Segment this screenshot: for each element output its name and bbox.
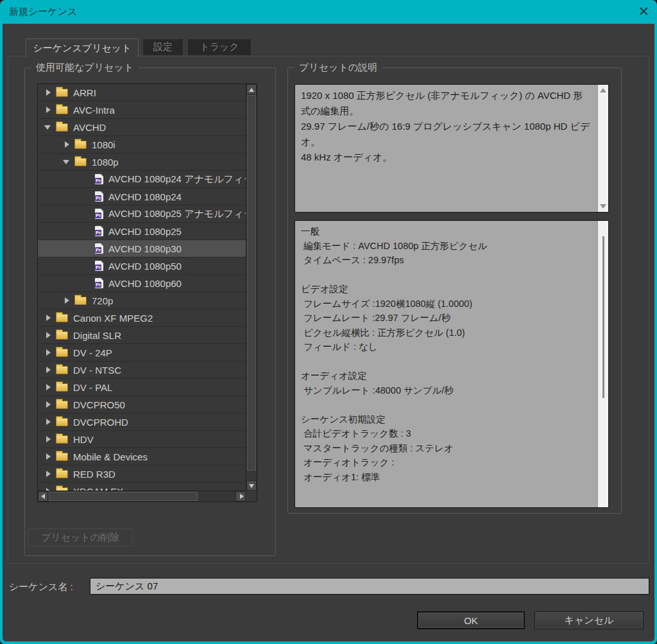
scroll-right-icon[interactable] [235,491,246,501]
tree-item[interactable]: Mobile & Devices [38,448,246,466]
settings-scrollbar-thumb[interactable] [602,236,604,398]
tree-item[interactable]: 720p [38,292,246,309]
scroll-down-icon[interactable] [246,480,257,491]
tree-item[interactable]: AVCHD 1080p24 アナモルフィック [38,171,246,188]
tree-item-label: AVCHD 1080p24 [108,191,182,202]
tab-tracks[interactable]: トラック [187,39,252,56]
tree-item[interactable]: AVCHD 1080p60 [38,275,246,292]
expand-arrow-icon[interactable] [43,87,53,98]
tree-item-label: 720p [92,295,113,306]
expand-arrow-icon[interactable] [43,330,53,340]
settings-line: オーディオ設定 [301,369,592,383]
settings-line: タイムベース : 29.97fps [301,253,592,268]
scroll-left-icon[interactable] [38,491,48,501]
collapse-arrow-icon[interactable] [62,157,72,167]
settings-line: マスタートラックの種類 : ステレオ [301,441,592,456]
tree-item[interactable]: AVCHD 1080p50 [38,257,246,275]
tree-item-label: AVC-Intra [73,105,115,116]
description-scrollbar[interactable] [597,85,608,212]
tree-item[interactable]: XDCAM EX [38,483,246,491]
folder-icon [56,401,68,409]
tree-item[interactable]: 1080i [38,136,246,153]
tree-item-label: DV - NTSC [73,365,121,376]
tree-item[interactable]: DVCPRO50 [38,396,246,413]
tree-item[interactable]: DV - 24P [38,344,246,361]
expand-arrow-icon[interactable] [43,417,53,427]
tree-item[interactable]: Canon XF MPEG2 [38,309,246,327]
scroll-up-icon[interactable] [600,88,606,92]
description-line: 48 kHz オーディオ。 [301,150,592,165]
dialog-titlebar[interactable]: 新規シーケンス ✕ [0,0,657,24]
expand-arrow-icon[interactable] [43,347,53,358]
settings-line: オーディオトラック : [301,455,592,470]
settings-line: サンプルレート :48000 サンプル/秒 [301,383,592,398]
tree-item[interactable]: AVCHD [38,119,246,136]
preset-file-icon [95,278,103,288]
settings-line: ビデオ設定 [301,282,592,297]
folder-icon [56,366,68,374]
tree-item[interactable]: RED R3D [38,466,246,483]
preset-tree: ARRI AVC-Intra AVCHD 1080i 1080p AVCHD 1… [37,83,257,502]
sequence-name-input[interactable] [90,578,649,595]
tree-item-label: AVCHD 1080p25 アナモルフィック [108,208,246,220]
expand-arrow-icon[interactable] [43,365,53,375]
tree-item-label: Digital SLR [73,330,121,341]
expand-arrow-icon[interactable] [43,451,53,462]
folder-icon [56,383,68,392]
tree-item-label: AVCHD 1080p25 [108,226,182,237]
settings-line: フィールド : なし [301,340,592,354]
expand-arrow-icon[interactable] [43,469,53,479]
available-presets-group: 使用可能なプリセット ARRI AVC-Intra AVCHD 1080i 10… [24,67,276,556]
expand-arrow-icon[interactable] [43,382,53,392]
tree-vertical-scrollbar[interactable] [246,84,257,491]
tree-item-label: AVCHD 1080p50 [108,261,182,272]
tree-item-label: HDV [73,434,94,445]
tree-item[interactable]: DVCPROHD [38,413,246,431]
tree-item-label: XDCAM EX [73,486,123,491]
expander-spacer [80,209,90,219]
expand-arrow-icon[interactable] [43,434,53,444]
tree-item[interactable]: AVCHD 1080p30 [38,240,246,257]
delete-preset-button[interactable]: プリセットの削除 [28,528,133,546]
tree-item[interactable]: AVCHD 1080p25 アナモルフィック [38,205,246,223]
expander-spacer [80,278,90,288]
expand-arrow-icon[interactable] [43,486,53,491]
tab-sequence-presets[interactable]: シーケンスプリセット [26,39,139,57]
tree-item[interactable]: HDV [38,431,246,448]
folder-icon [74,297,87,305]
settings-summary-box: 一般 編集モード : AVCHD 1080p 正方形ピクセル タイムベース : … [294,220,609,508]
vertical-scrollbar-thumb[interactable] [247,95,256,471]
tree-horizontal-scrollbar[interactable] [38,491,246,501]
tree-item[interactable]: ARRI [38,84,246,101]
horizontal-scrollbar-thumb[interactable] [49,492,198,501]
ok-button[interactable]: OK [417,611,525,629]
cancel-button[interactable]: キャンセル [534,611,644,629]
expand-arrow-icon[interactable] [62,295,72,306]
preset-file-icon [95,209,103,219]
expand-arrow-icon[interactable] [43,399,53,410]
tree-item[interactable]: Digital SLR [38,327,246,344]
tree-item[interactable]: AVCHD 1080p24 [38,188,246,205]
tree-item[interactable]: DV - NTSC [38,361,246,379]
scroll-up-icon[interactable] [246,84,257,94]
description-line: 1920 x 1080 正方形ピクセル (非アナモルフィック) の AVCHD … [301,88,592,119]
expander-spacer [80,191,90,202]
collapse-arrow-icon[interactable] [43,122,53,132]
tree-item[interactable]: AVC-Intra [38,101,246,119]
close-icon[interactable]: ✕ [638,3,649,21]
tab-settings[interactable]: 設定 [142,39,183,56]
expand-arrow-icon[interactable] [43,313,53,323]
expander-spacer [80,226,90,236]
settings-line: オーディオ1: 標準 [301,470,592,485]
settings-summary-text: 一般 編集モード : AVCHD 1080p 正方形ピクセル タイムベース : … [295,221,597,507]
new-sequence-dialog: 新規シーケンス ✕ シーケンスプリセット 設定 トラック 使用可能なプリセット … [0,0,657,644]
tree-item[interactable]: DV - PAL [38,379,246,396]
settings-scrollbar[interactable] [597,221,608,507]
folder-icon [56,106,68,114]
expand-arrow-icon[interactable] [62,139,72,150]
scroll-down-icon[interactable] [600,204,606,209]
tree-item[interactable]: 1080p [38,153,246,171]
expand-arrow-icon[interactable] [43,105,53,115]
tree-item-label: Mobile & Devices [73,451,148,462]
tree-item[interactable]: AVCHD 1080p25 [38,223,246,240]
